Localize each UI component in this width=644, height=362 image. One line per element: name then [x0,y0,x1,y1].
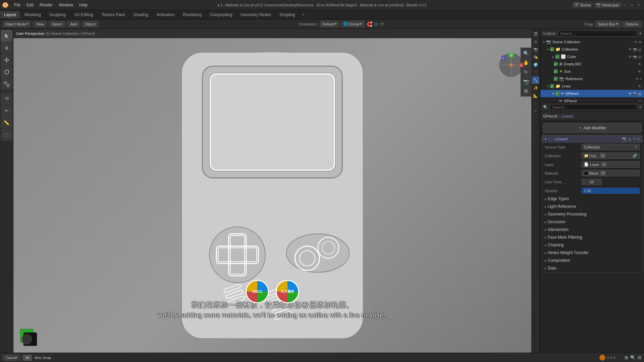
collection-link-icon[interactable]: 🔗 [633,154,637,158]
menu-help[interactable]: Help [76,2,90,8]
modifier-refresh-icon[interactable]: ↺ [633,137,636,141]
source-type-value[interactable]: Collection ▾ [582,144,640,150]
edit-icon-gp[interactable]: ✏ [639,99,641,103]
filter-icon[interactable]: ▾ [639,105,641,109]
cursor-tool[interactable]: ⊕ [1,42,12,54]
eye-icon[interactable]: 👁 [634,40,638,44]
add-workspace[interactable]: + [300,11,307,18]
camera-icon-collection[interactable]: 📷 [633,48,637,51]
outliner-empty[interactable]: ⊕ Empty.002 👁 [540,60,644,68]
tab-layout[interactable]: Layout [0,11,20,18]
eye-icon-sun[interactable]: 👁 [638,70,641,73]
menu-edit[interactable]: Edit [24,2,36,8]
breadcrumb-gpencil[interactable]: GPencil [543,114,557,119]
ortho-btn[interactable]: ⊞ [522,86,530,95]
render-props-icon[interactable]: 🎬 [532,30,539,38]
face-mark-section[interactable]: ▸ Face Mark Filtering [542,234,642,241]
outliner-sun[interactable]: ☀ Sun 👁 [540,68,644,75]
cancel-btn[interactable]: Cancel [3,355,20,361]
object-props-icon[interactable]: ⬚ [532,69,539,76]
windows-icon[interactable]: ⊞ [625,355,628,360]
tab-geometry-nodes[interactable]: Geometry Nodes [236,11,275,18]
outliner-gpencil-data[interactable]: ✏ GPencil ✏ [540,97,644,103]
collection-clear-btn[interactable]: × [600,154,605,158]
gimbal-widget[interactable]: X Y Z [498,52,525,78]
view-menu[interactable]: View [33,21,47,27]
measure-tool[interactable]: 📏 [1,117,12,128]
select-menu[interactable]: Select [49,21,65,27]
eye-icon-ref[interactable]: 👁 [636,77,639,81]
chaining-section[interactable]: ▸ Chaining [542,241,642,249]
color-swatch[interactable] [20,326,40,346]
vertex-weight-section[interactable]: ▸ Vertex Weight Transfer [542,249,642,257]
outliner-lines[interactable]: ▾ 📁 Lines 👁 [540,82,644,90]
tab-sculpting[interactable]: Sculpting [45,11,70,18]
outliner-gpencil[interactable]: ▾ ✏ GPencil 👁 📷 🖨 [540,90,644,97]
outliner-collection[interactable]: ▾ 📁 Collection 👁 📷 🖨 [540,46,644,53]
line-thickness-value[interactable]: 10 [582,179,602,185]
object-menu[interactable]: Object [82,21,99,27]
tab-modeling[interactable]: Modeling [20,11,45,18]
camera-icon-gp[interactable]: 📷 [633,92,637,96]
object-ops[interactable]: ⬚ [1,129,12,140]
collection-value[interactable]: 📁 Coll... × 🔗 [582,153,640,159]
composition-section[interactable]: ▸ Composition [542,257,642,264]
rotate-tool[interactable] [1,66,12,78]
render-icon-gp[interactable]: 🖨 [638,92,641,96]
material-value[interactable]: Black × [582,170,640,176]
transform-tool[interactable]: ⟲ [1,93,12,104]
tab-animation[interactable]: Animation [153,11,179,18]
close-button[interactable]: × [636,2,641,8]
orientation-selector[interactable]: Default ▾ [320,21,339,27]
data-section[interactable]: ▸ Data [542,264,642,272]
options-btn[interactable]: Options [623,21,641,27]
eye-icon-empty[interactable]: 👁 [638,62,641,66]
eye-icon-collection[interactable]: 👁 [629,48,632,51]
eye-icon-gp[interactable]: 👁 [629,92,632,96]
scene-selector[interactable]: 🎬 Scene [572,2,593,8]
tab-texture-paint[interactable]: Texture Paint [98,11,129,18]
drag-selector[interactable]: Select Box ▾ [595,21,621,27]
outliner-filter-icon[interactable]: ▾ [639,31,641,36]
tab-uv-editing[interactable]: UV Editing [70,11,98,18]
maximize-button[interactable]: □ [629,2,635,8]
mode-selector[interactable]: Object Mode ▾ [3,21,31,27]
modifier-render-icon[interactable]: 🖨 [628,137,632,141]
world-props-icon[interactable]: 🌍 [532,61,539,68]
layer-clear-btn[interactable]: × [601,162,607,167]
menu-file[interactable]: File [11,2,23,8]
search-icon-taskbar[interactable]: 🔍 [630,355,636,360]
taskview-icon[interactable]: ⊟ [638,355,641,360]
add-modifier-button[interactable]: ＋ Add Modifier [543,123,641,133]
proportional-icon[interactable]: ⊙ [374,21,378,27]
modifier-cam-icon[interactable]: 📷 [622,137,627,141]
layer-value[interactable]: 📄 Layer × [582,161,640,168]
light-reference-section[interactable]: ▸ Light Reference [542,203,642,210]
physics-icon[interactable]: ⚛ [532,107,539,115]
transform-icon[interactable]: ⟳ [380,21,384,27]
outliner-scene-collection[interactable]: ▾ 📷 Scene Collection 👁 ⊕ [540,38,644,46]
outliner-cube[interactable]: ▸ ⬜ Cube 👁 📷 🖨 [540,53,644,60]
modifier-props-icon[interactable]: 🔧 [532,76,539,84]
properties-search[interactable] [550,104,637,110]
geometry-processing-section[interactable]: ▸ Geometry Processing [542,210,642,218]
opacity-value[interactable]: 1.00 [582,188,640,194]
global-selector[interactable]: 🌐Global▾ [341,21,365,27]
lineart-icon[interactable]: 📐 [532,92,539,99]
tab-scripting[interactable]: Scripting [275,11,300,18]
intersection-section[interactable]: ▸ Intersection [542,226,642,234]
menu-window[interactable]: Window [56,2,76,8]
minimize-button[interactable]: ─ [623,2,628,8]
add-menu[interactable]: Add [67,21,80,27]
render-icon-collection[interactable]: 🖨 [638,48,641,51]
restrict-icon[interactable]: ⊕ [639,40,641,44]
output-props-icon[interactable]: 🖨 [532,38,539,45]
scale-tool[interactable] [1,78,12,90]
tab-shading[interactable]: Shading [129,11,153,18]
eye-icon-cube[interactable]: 👁 [629,55,632,59]
scene-props-icon[interactable]: 🎭 [532,53,539,61]
select-tool[interactable] [1,30,12,42]
outliner-search[interactable] [558,31,637,37]
outliner-reference[interactable]: 📷 Reference 👁 ₂ [540,75,644,82]
shader-effects-icon[interactable]: ✨ [532,84,539,92]
